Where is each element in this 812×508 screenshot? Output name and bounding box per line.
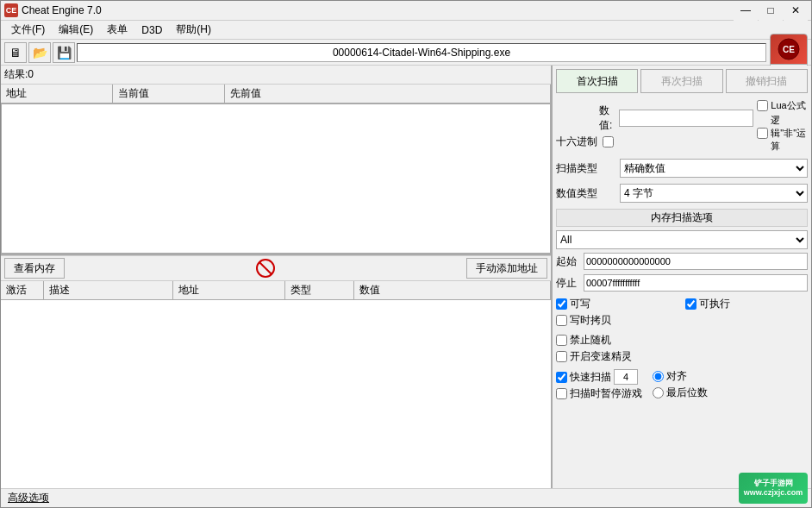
cheat-table-header: 激活 描述 地址 类型 数值: [1, 281, 551, 300]
minimize-button[interactable]: —: [734, 1, 758, 21]
col-header-current: 当前值: [113, 85, 225, 103]
footer-label[interactable]: 高级选项: [8, 491, 49, 505]
last-digit-radio[interactable]: [653, 387, 664, 398]
results-count: 结果:0: [4, 67, 34, 82]
last-digit-label: 最后位数: [666, 386, 708, 400]
writable-label: 可写: [570, 297, 590, 311]
menu-d3d[interactable]: D3D: [134, 22, 169, 38]
scan-type-label: 扫描类型: [556, 161, 616, 176]
stop-addr-input[interactable]: [584, 274, 808, 292]
scan-type-row: 扫描类型 精确数值: [556, 159, 808, 178]
hex-checkbox[interactable]: [603, 136, 614, 147]
results-body: [1, 103, 551, 254]
data-type-row: 数值类型 4 字节: [556, 184, 808, 203]
col-desc: 描述: [44, 281, 173, 299]
cheat-table-body: [1, 300, 551, 488]
writable-checkbox[interactable]: [556, 298, 567, 310]
value-label: 数值:: [556, 103, 615, 133]
col-value: 数值: [354, 281, 551, 299]
var-speed-label: 开启变速精灵: [570, 349, 632, 364]
lua-checkbox[interactable]: [757, 100, 768, 111]
menu-bar: 文件(F) 编辑(E) 表单 D3D 帮助(H): [1, 21, 811, 40]
align-label: 对齐: [666, 369, 687, 384]
copy-on-write-label: 写时拷贝: [570, 313, 611, 328]
executable-checkbox[interactable]: [685, 298, 696, 310]
right-side-checkboxes: Lua公式 逻辑"非"运算: [757, 99, 808, 153]
menu-help[interactable]: 帮助(H): [169, 21, 218, 39]
pause-game-label: 扫描时暂停游戏: [570, 386, 642, 401]
left-area: 结果:0 地址 当前值 先前值 查看内存 手动添加地址: [1, 66, 553, 488]
fast-scan-label: 快速扫描: [570, 370, 611, 385]
col-header-previous: 先前值: [225, 85, 551, 103]
not-operator-label: 逻辑"非"运算: [771, 114, 808, 153]
save-button[interactable]: 💾: [53, 42, 75, 63]
fast-scan-section: 快速扫描 扫描时暂停游戏 对齐 最后位数: [556, 369, 808, 401]
results-section: 结果:0 地址 当前值 先前值: [1, 66, 551, 255]
title-text: Cheat Engine 7.0: [22, 4, 734, 16]
main-window: CE Cheat Engine 7.0 — □ ✕ 文件(F) 编辑(E) 表单…: [0, 0, 812, 508]
process-display[interactable]: 00000614-Citadel-Win64-Shipping.exe: [77, 43, 766, 62]
close-button[interactable]: ✕: [784, 1, 808, 21]
data-type-select[interactable]: 4 字节: [620, 184, 808, 203]
settings-logo-button[interactable]: CE: [770, 34, 808, 65]
results-bottom-toolbar: 查看内存 手动添加地址: [1, 255, 551, 281]
save-icon: 💾: [57, 46, 72, 60]
start-label: 起始: [556, 254, 580, 269]
next-scan-button[interactable]: 再次扫描: [640, 69, 722, 93]
align-radio[interactable]: [653, 371, 664, 382]
open-button[interactable]: 📂: [28, 42, 51, 63]
var-speed-checkbox[interactable]: [556, 351, 567, 362]
window-controls: — □ ✕: [734, 1, 808, 21]
not-operator-checkbox[interactable]: [757, 128, 768, 139]
app-icon: CE: [4, 3, 18, 17]
col-addr: 地址: [173, 281, 285, 299]
scan-buttons: 首次扫描 再次扫描 撤销扫描: [556, 69, 808, 93]
menu-file[interactable]: 文件(F): [4, 21, 52, 39]
fast-scan-value-input[interactable]: [614, 369, 638, 385]
menu-table[interactable]: 表单: [100, 21, 134, 39]
col-active: 激活: [1, 281, 44, 299]
stop-label: 停止: [556, 276, 580, 291]
pause-game-checkbox[interactable]: [556, 388, 567, 399]
no-random-checkbox[interactable]: [556, 335, 567, 346]
scan-type-select[interactable]: 精确数值: [620, 159, 808, 178]
first-scan-button[interactable]: 首次扫描: [556, 69, 638, 93]
no-symbol-icon: [256, 259, 275, 278]
new-button[interactable]: 🖥: [4, 42, 27, 63]
lua-label: Lua公式: [771, 99, 805, 112]
hex-label: 十六进制: [556, 135, 599, 149]
mem-scan-select[interactable]: All: [556, 230, 808, 249]
col-type: 类型: [285, 281, 354, 299]
maximize-button[interactable]: □: [759, 1, 783, 21]
checkbox-grid: 可写 可执行 写时拷贝: [556, 297, 808, 328]
footer: 高级选项: [1, 488, 811, 507]
results-table-header: 地址 当前值 先前值: [1, 85, 551, 103]
fast-scan-checkbox[interactable]: [556, 372, 567, 383]
start-addr-input[interactable]: [584, 253, 808, 270]
mem-view-button[interactable]: 查看内存: [4, 258, 65, 279]
watermark-text: 铲子手游网 www.czjxjc.com: [739, 479, 808, 498]
monitor-icon: 🖥: [9, 46, 22, 60]
copy-on-write-checkbox[interactable]: [556, 315, 567, 326]
value-input[interactable]: [619, 110, 753, 127]
scan-options-panel: 首次扫描 再次扫描 撤销扫描 数值: 十六进制: [553, 66, 811, 488]
toolbar: 🖥 📂 💾 00000614-Citadel-Win64-Shipping.ex…: [1, 40, 811, 66]
svg-text:CE: CE: [783, 45, 795, 54]
undo-scan-button[interactable]: 撤销扫描: [726, 69, 808, 93]
folder-icon: 📂: [33, 46, 47, 60]
data-type-label: 数值类型: [556, 186, 616, 201]
col-header-address: 地址: [1, 85, 113, 103]
add-address-button[interactable]: 手动添加地址: [466, 258, 547, 279]
no-random-label: 禁止随机: [570, 333, 611, 348]
ce-logo-icon: CE: [776, 37, 802, 61]
stop-addr-row: 停止: [556, 274, 808, 292]
value-row: 数值: 十六进制 Lua公式 逻辑"非: [556, 99, 808, 153]
watermark: 铲子手游网 www.czjxjc.com: [739, 473, 808, 504]
process-name: 00000614-Citadel-Win64-Shipping.exe: [333, 47, 510, 59]
extra-options: 禁止随机 开启变速精灵: [556, 333, 808, 364]
executable-label: 可执行: [699, 297, 730, 311]
menu-edit[interactable]: 编辑(E): [52, 21, 100, 39]
results-header: 结果:0: [1, 66, 551, 85]
mem-scan-section-label: 内存扫描选项: [556, 209, 808, 227]
title-bar: CE Cheat Engine 7.0 — □ ✕: [1, 1, 811, 21]
